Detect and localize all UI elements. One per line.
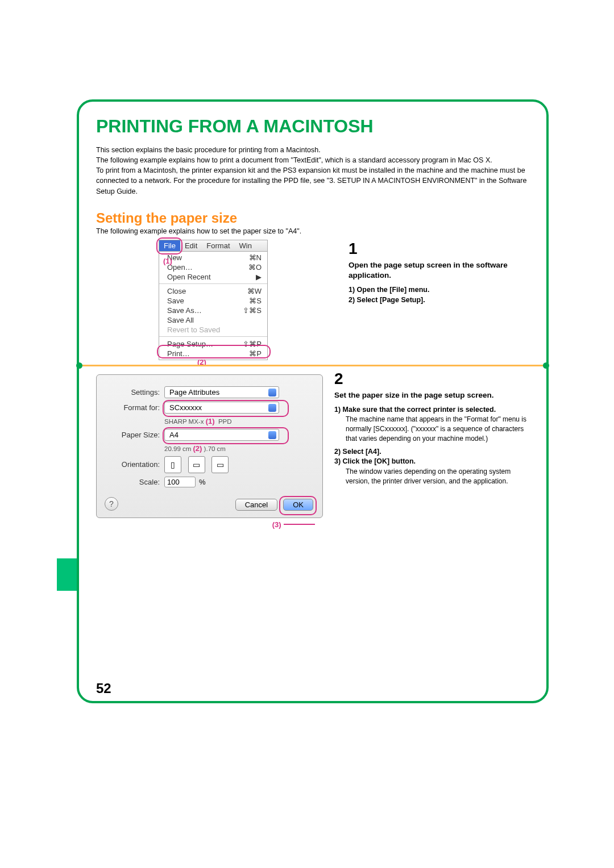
- menu-file: File: [159, 240, 180, 251]
- menu-format: Format: [202, 240, 234, 251]
- help-icon: ?: [105, 497, 118, 511]
- step2-note3: The window varies depending on the opera…: [346, 467, 529, 486]
- ps-scale-pct: %: [199, 478, 206, 486]
- page-setup-screenshot: Settings: Page Attributes Format for: SC…: [96, 374, 323, 518]
- ps-scale-label: Scale:: [106, 478, 164, 486]
- ps-settings-value: Page Attributes: [164, 386, 279, 398]
- mi-saveall: Save All: [167, 316, 194, 324]
- ps-papersize-label: Paper Size:: [106, 431, 164, 439]
- step-divider: [79, 365, 546, 366]
- page-frame: PRINTING FROM A MACINTOSH This section e…: [77, 99, 549, 703]
- orient-landscape-icon: ▭: [188, 456, 205, 473]
- ps-settings-label: Settings:: [106, 388, 164, 397]
- step2-item2: 2) Select [A4].: [334, 447, 529, 457]
- marker-1: (1): [163, 257, 172, 265]
- orient-landscape-rev-icon: ▭: [211, 456, 229, 473]
- mi-pagesetup: Page Setup…: [167, 340, 213, 348]
- ps-dims-a: 20.99 cm: [164, 445, 191, 452]
- step2-heading: Set the paper size in the page setup scr…: [334, 390, 529, 400]
- menu-win: Win: [235, 240, 256, 251]
- mi-revert: Revert to Saved: [167, 326, 220, 334]
- ps-orientation-label: Orientation:: [106, 460, 164, 469]
- intro-text: This section explains the basic procedur…: [96, 145, 529, 197]
- section-heading: Setting the paper size: [96, 210, 529, 226]
- cancel-button: Cancel: [235, 499, 277, 511]
- ps-marker-3: (3): [272, 520, 281, 529]
- side-tab: [57, 558, 77, 591]
- ps-marker-1: (1): [206, 417, 215, 425]
- ps-formatfor-value: SCxxxxxx: [164, 402, 279, 414]
- mi-saveas: Save As…: [167, 306, 202, 315]
- step1-heading: Open the page setup screen in the softwa…: [349, 260, 529, 281]
- page-title: PRINTING FROM A MACINTOSH: [96, 116, 529, 137]
- page-number: 52: [96, 681, 111, 696]
- step2-item3: 3) Click the [OK] button.: [334, 457, 529, 467]
- step2-num: 2: [334, 370, 529, 388]
- ps-dims-b: ).70 cm: [204, 445, 226, 452]
- ps-scale-value: 100: [164, 477, 196, 487]
- menu-edit: Edit: [180, 240, 202, 251]
- mi-close: Close: [167, 287, 186, 295]
- ps-papersize-value: A4: [164, 429, 279, 441]
- mi-save: Save: [167, 297, 184, 305]
- step2-note1: The machine name that appears in the "Fo…: [346, 415, 529, 443]
- section-sub: The following example explains how to se…: [96, 227, 529, 235]
- step1-line1: 1) Open the [File] menu.: [349, 285, 529, 295]
- step1-line2: 2) Select [Page Setup].: [349, 295, 529, 306]
- mi-print: Print…: [167, 349, 190, 358]
- step2-item1: 1) Make sure that the correct printer is…: [334, 405, 529, 415]
- ps-marker-2: (2): [193, 444, 202, 453]
- orient-portrait-icon: ▯: [164, 456, 181, 473]
- ps-formatfor-label: Format for:: [106, 403, 164, 412]
- file-menu-screenshot: File Edit Format Win New⌘N Open…⌘O Open …: [159, 240, 335, 360]
- ps-formatfor-sub: SHARP MX-x: [164, 418, 204, 425]
- step1-num: 1: [349, 240, 529, 258]
- mi-openrecent: Open Recent: [167, 273, 211, 281]
- ok-button: OK: [283, 499, 313, 511]
